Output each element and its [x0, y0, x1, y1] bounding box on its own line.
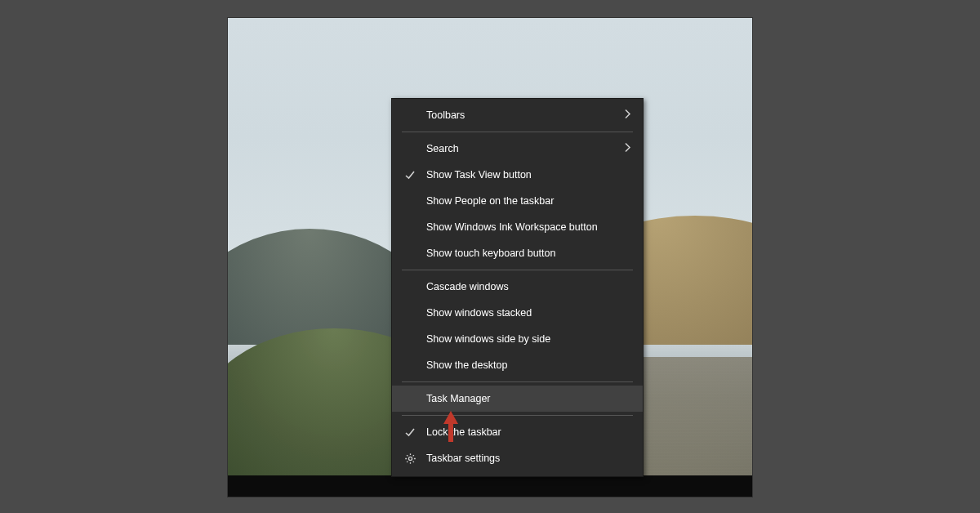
desktop-screenshot: Toolbars Search Show Task View button Sh…: [228, 18, 752, 497]
menu-item-label: Cascade windows: [426, 281, 509, 292]
menu-item-lock-taskbar[interactable]: Lock the taskbar: [392, 419, 643, 445]
menu-item-toolbars[interactable]: Toolbars: [392, 102, 643, 128]
menu-item-label: Show touch keyboard button: [426, 248, 555, 259]
menu-item-task-manager[interactable]: Task Manager: [392, 386, 643, 412]
check-icon: [402, 424, 418, 440]
menu-item-label: Search: [426, 143, 459, 154]
menu-item-taskbar-settings[interactable]: Taskbar settings: [392, 445, 643, 471]
menu-item-label: Show the desktop: [426, 359, 507, 371]
taskbar[interactable]: [228, 475, 752, 497]
chevron-right-icon: [625, 143, 631, 155]
svg-point-0: [408, 457, 412, 460]
taskbar-context-menu: Toolbars Search Show Task View button Sh…: [391, 98, 644, 477]
menu-item-show-task-view[interactable]: Show Task View button: [392, 162, 643, 188]
menu-item-cascade-windows[interactable]: Cascade windows: [392, 274, 643, 300]
menu-item-label: Taskbar settings: [426, 453, 500, 464]
gear-icon: [402, 450, 418, 466]
menu-item-show-ink-workspace[interactable]: Show Windows Ink Workspace button: [392, 214, 643, 240]
menu-item-side-by-side[interactable]: Show windows side by side: [392, 326, 643, 352]
menu-item-label: Show People on the taskbar: [426, 195, 554, 207]
menu-separator: [402, 270, 633, 270]
check-icon: [402, 167, 418, 183]
menu-item-label: Toolbars: [426, 109, 465, 121]
menu-item-show-people[interactable]: Show People on the taskbar: [392, 188, 643, 214]
menu-item-label: Task Manager: [426, 393, 491, 404]
chevron-right-icon: [625, 109, 631, 122]
menu-separator: [402, 415, 633, 416]
menu-item-label: Show windows stacked: [426, 307, 532, 319]
menu-separator: [402, 132, 633, 132]
menu-item-show-desktop[interactable]: Show the desktop: [392, 352, 643, 378]
menu-item-show-touch-keyboard[interactable]: Show touch keyboard button: [392, 240, 643, 266]
menu-item-label: Show Windows Ink Workspace button: [426, 221, 598, 233]
menu-item-search[interactable]: Search: [392, 136, 643, 162]
menu-item-label: Lock the taskbar: [426, 426, 501, 438]
menu-item-label: Show Task View button: [426, 169, 532, 181]
menu-item-label: Show windows side by side: [426, 333, 550, 345]
menu-item-stacked-windows[interactable]: Show windows stacked: [392, 300, 643, 326]
menu-separator: [402, 381, 633, 382]
